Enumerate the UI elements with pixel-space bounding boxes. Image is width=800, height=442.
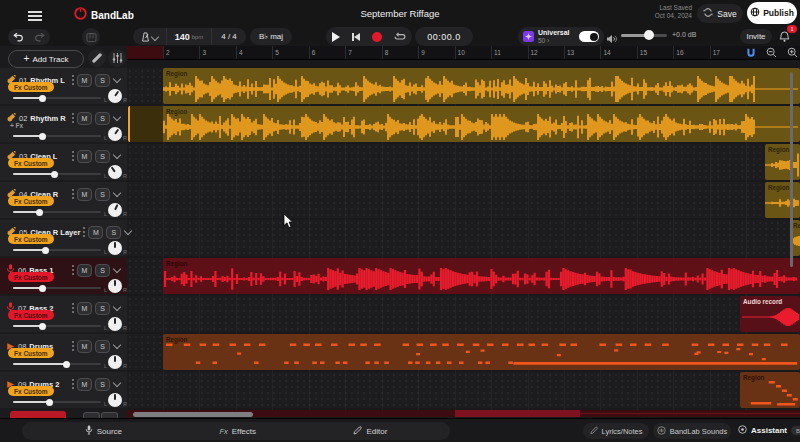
track-volume-slider[interactable]: [13, 249, 101, 251]
pan-knob[interactable]: [108, 355, 122, 369]
pan-knob[interactable]: [108, 127, 122, 141]
timeline-ruler[interactable]: 23456789101112131415161718: [127, 46, 800, 60]
pan-knob[interactable]: [108, 393, 122, 407]
track-lane[interactable]: Region: [127, 106, 800, 142]
solo-button[interactable]: S: [95, 112, 110, 125]
mute-button[interactable]: M: [77, 150, 92, 163]
track-menu-button[interactable]: [72, 155, 74, 157]
volume-handle[interactable]: [39, 285, 46, 292]
volume-handle[interactable]: [51, 171, 58, 178]
track-fx-badge[interactable]: + Fx: [8, 120, 29, 130]
track-fx-badge[interactable]: Fx Custom: [8, 158, 54, 168]
audio-region[interactable]: Region: [765, 182, 800, 218]
solo-button[interactable]: S: [95, 150, 110, 163]
track-volume-slider[interactable]: [13, 401, 101, 403]
save-button[interactable]: Save: [697, 4, 743, 23]
track-volume-slider[interactable]: [13, 173, 101, 175]
solo-button[interactable]: S: [95, 188, 110, 201]
mute-button[interactable]: M: [77, 340, 92, 353]
tuner-button[interactable]: [88, 49, 106, 67]
track-header[interactable]: 03 Clean L M S Fx Custom L R: [0, 144, 127, 180]
midi-region[interactable]: Region: [740, 372, 800, 408]
mute-button[interactable]: M: [77, 378, 92, 391]
track-volume-slider[interactable]: [13, 287, 101, 289]
track-lane[interactable]: Region: [127, 372, 800, 408]
track-lane[interactable]: Audio record: [127, 296, 800, 332]
volume-handle[interactable]: [42, 247, 49, 254]
track-fx-badge[interactable]: Fx Custom: [8, 234, 54, 244]
pan-knob[interactable]: [108, 89, 122, 103]
tab-editor[interactable]: Editor: [353, 426, 387, 437]
track-volume-slider[interactable]: [13, 211, 101, 213]
bandlab-sounds-button[interactable]: BandLab Sounds: [653, 423, 731, 439]
bpm-button[interactable]: 140 bpm: [167, 28, 211, 45]
track-menu-button[interactable]: [72, 193, 74, 195]
track-fx-badge[interactable]: Fx Custom: [8, 348, 54, 358]
track-menu-button[interactable]: [72, 383, 74, 385]
snap-magnet-icon[interactable]: [746, 44, 756, 62]
track-fx-badge[interactable]: Fx Custom: [8, 82, 54, 92]
track-volume-slider[interactable]: [13, 97, 101, 99]
audio-region[interactable]: Region: [163, 68, 800, 104]
track-collapse-chevron[interactable]: [113, 265, 121, 273]
invite-button[interactable]: Invite: [740, 29, 772, 44]
track-menu-button[interactable]: [72, 79, 74, 81]
pan-knob[interactable]: [108, 203, 122, 217]
add-track-button[interactable]: + Add Track: [8, 50, 84, 68]
master-volume-slider[interactable]: [621, 34, 667, 37]
mute-button[interactable]: M: [77, 302, 92, 315]
volume-knob[interactable]: [644, 30, 654, 40]
pan-knob[interactable]: [108, 279, 122, 293]
track-collapse-chevron[interactable]: [113, 341, 121, 349]
track-collapse-chevron[interactable]: [113, 189, 121, 197]
mute-button[interactable]: M: [77, 188, 92, 201]
track-lane[interactable]: Region: [127, 144, 800, 180]
solo-button[interactable]: S: [95, 302, 110, 315]
track-collapse-chevron[interactable]: [113, 303, 121, 311]
mute-button[interactable]: M: [88, 226, 103, 239]
play-button[interactable]: [332, 32, 340, 42]
rewind-button[interactable]: [352, 33, 360, 41]
track-collapse-chevron[interactable]: [113, 379, 121, 387]
track-collapse-chevron[interactable]: [113, 75, 121, 83]
audio-region[interactable]: Region: [765, 144, 800, 180]
audio-region[interactable]: Region: [163, 258, 800, 294]
track-volume-slider[interactable]: [13, 363, 101, 365]
solo-button[interactable]: S: [106, 226, 121, 239]
track-collapse-chevron[interactable]: [113, 113, 121, 121]
track-fx-badge[interactable]: Fx Custom: [8, 310, 54, 320]
master-preset[interactable]: Universal 50 ›: [518, 27, 604, 46]
track-fx-badge[interactable]: Fx Custom: [8, 196, 54, 206]
track-menu-button[interactable]: [83, 231, 85, 233]
track-menu-button[interactable]: [72, 345, 74, 347]
track-collapse-chevron[interactable]: [124, 227, 132, 235]
undo-button[interactable]: [13, 28, 24, 46]
assistant-button[interactable]: Assistant Beta: [738, 425, 800, 436]
tab-source[interactable]: Source: [85, 425, 122, 437]
volume-handle[interactable]: [39, 323, 46, 330]
volume-handle[interactable]: [46, 399, 53, 406]
track-header[interactable]: 04 Clean R M S Fx Custom L R: [0, 182, 127, 218]
volume-handle[interactable]: [63, 361, 70, 368]
zoom-out-icon[interactable]: [766, 44, 777, 62]
track-lane[interactable]: Region: [127, 258, 800, 294]
audio-region[interactable]: Region: [128, 106, 800, 142]
volume-handle[interactable]: [39, 95, 46, 102]
volume-handle[interactable]: [39, 133, 46, 140]
track-lane[interactable]: Region: [127, 68, 800, 104]
midi-keyboard-button[interactable]: [82, 28, 100, 46]
lyrics-notes-button[interactable]: Lyrics/Notes: [583, 423, 649, 439]
track-volume-slider[interactable]: [13, 325, 101, 327]
pan-knob[interactable]: [108, 165, 122, 179]
track-header[interactable]: 07 Bass 2 M S Fx Custom L R: [0, 296, 127, 332]
track-header[interactable]: 05 Clean R Layer M S Fx Custom L R: [0, 220, 127, 256]
track-header[interactable]: 01 Rhythm L M S Fx Custom L R: [0, 68, 127, 104]
metronome-button[interactable]: [133, 28, 166, 45]
audio-region[interactable]: Audio record: [740, 296, 800, 332]
solo-button[interactable]: S: [95, 74, 110, 87]
track-header[interactable]: 09 Drums 2 M S Fx Custom L R: [0, 372, 127, 408]
track-menu-button[interactable]: [72, 307, 74, 309]
track-fx-badge[interactable]: Fx Custom: [8, 386, 54, 396]
record-button[interactable]: [372, 32, 382, 42]
vertical-scrollbar[interactable]: [790, 72, 793, 267]
